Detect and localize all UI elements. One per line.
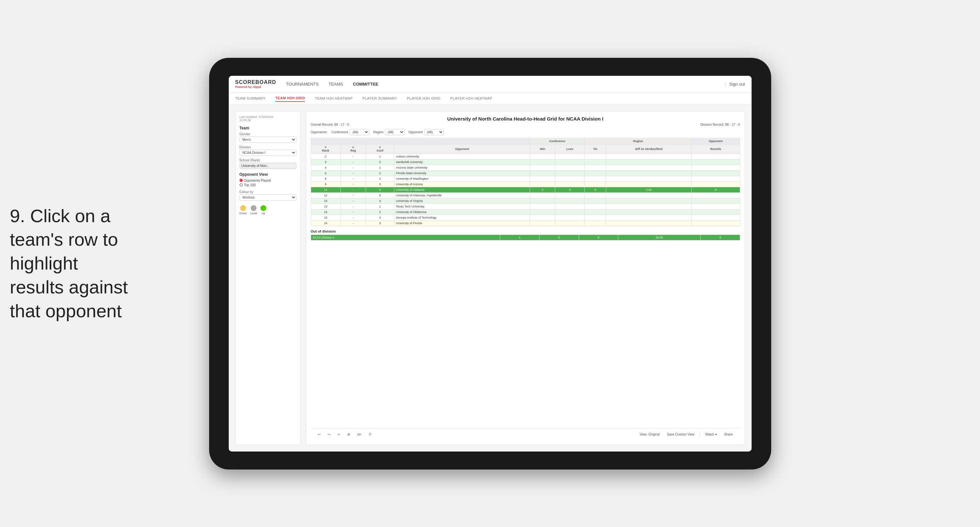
cell-diff (606, 198, 692, 204)
nav-committee[interactable]: COMMITTEE (353, 80, 379, 88)
cell-diff (606, 159, 692, 165)
sub-nav-team-h2h-grid[interactable]: TEAM H2H GRID (275, 95, 305, 102)
cell-opponent: Vanderbilt University (394, 159, 530, 165)
toolbar-share[interactable]: Share (722, 431, 735, 437)
grid-title: University of North Carolina Head-to-Hea… (311, 116, 740, 121)
cell-loss (555, 204, 585, 209)
nav-teams[interactable]: TEAMS (328, 80, 343, 88)
cell-tie (585, 215, 606, 220)
cell-diff (606, 154, 692, 159)
out-div-rounds: 3 (701, 235, 740, 240)
table-row[interactable]: 4 - 1 Arizona State University (311, 165, 740, 170)
sidebar-radio-top100[interactable]: Top 100 (240, 183, 296, 187)
cell-rounds (692, 154, 740, 159)
sidebar-gender-select[interactable]: Men's (240, 137, 296, 143)
table-row[interactable]: 13 - 1 Texas Tech University (311, 204, 740, 209)
colour-section: Colour by Win/loss Down Level (240, 190, 296, 215)
colour-by-select[interactable]: Win/loss (240, 194, 296, 201)
cell-rank: 2 (311, 154, 340, 159)
cell-diff (606, 220, 692, 226)
table-row[interactable]: 8 - 2 University of Washington (311, 176, 740, 182)
filter-region-select[interactable]: (All) (385, 129, 404, 135)
table-row[interactable]: 6 - 2 Florida State University (311, 170, 740, 176)
out-div-win: 1 (500, 235, 539, 240)
toolbar-watch[interactable]: Watch ▾ (703, 431, 719, 437)
cell-reg: - (340, 187, 366, 193)
cell-tie (585, 209, 606, 215)
th-win: Win (530, 144, 555, 154)
cell-loss (555, 165, 585, 170)
cell-tie (585, 159, 606, 165)
nav-links: TOURNAMENTS TEAMS COMMITTEE (286, 80, 379, 88)
cell-win (530, 193, 555, 198)
cell-loss (555, 182, 585, 187)
cell-opponent: University of Washington (394, 176, 530, 182)
th-rounds: Rounds (692, 144, 740, 154)
cell-loss (555, 170, 585, 176)
table-row[interactable]: 3 - 2 Vanderbilt University (311, 159, 740, 165)
table-row[interactable]: 11 - 5 University of Alabama 3 0 0 2.61 … (311, 187, 740, 193)
cell-rank: 15 (311, 215, 340, 220)
cell-diff (606, 193, 692, 198)
toolbar-copy[interactable]: ⊞ (345, 431, 352, 437)
th-diff: Diff Av Strokes/Rnd (606, 144, 692, 154)
table-row[interactable]: 16 - 3 University of Florida (311, 220, 740, 226)
toolbar-undo[interactable]: ↩ (316, 431, 323, 437)
out-of-division-row[interactable]: NCAA Division II 1 0 0 26.00 3 (311, 235, 740, 240)
cell-win (530, 182, 555, 187)
table-row[interactable]: 9 - 3 University of Arizona (311, 182, 740, 187)
cell-diff (606, 182, 692, 187)
cell-diff (606, 215, 692, 220)
table-row[interactable]: 12 - 6 University of Arkansas, Fayettevi… (311, 193, 740, 198)
cell-tie (585, 182, 606, 187)
th-loss: Loss (555, 144, 585, 154)
sidebar-gender-label: Gender (240, 132, 296, 136)
cell-opponent: Arizona State University (394, 165, 530, 170)
toolbar-redo[interactable]: ↪ (326, 431, 332, 437)
table-row[interactable]: 13 - 3 University of Virginia (311, 198, 740, 204)
cell-diff: 2.61 (606, 187, 692, 193)
toolbar-view-original[interactable]: View: Original (638, 431, 662, 437)
cell-conf: 3 (366, 220, 394, 226)
sub-nav-team-summary[interactable]: TEAM SUMMARY (235, 95, 266, 102)
cell-reg: - (340, 182, 366, 187)
table-row[interactable]: 14 - 2 University of Oklahoma (311, 209, 740, 215)
sub-nav-player-h2h-grid[interactable]: PLAYER H2H GRID (407, 95, 441, 102)
toolbar-save-custom[interactable]: Save Custom View (665, 431, 696, 437)
sub-nav-player-summary[interactable]: PLAYER SUMMARY (363, 95, 397, 102)
colour-up: Up (261, 205, 266, 215)
out-of-division-title: Out of division (311, 229, 740, 233)
cell-reg: - (340, 215, 366, 220)
th-group-empty (311, 138, 530, 144)
colour-down: Down (240, 205, 247, 215)
cell-win (530, 209, 555, 215)
cell-reg: - (340, 154, 366, 159)
toolbar-clock[interactable]: ⏱ (367, 431, 374, 437)
cell-tie (585, 154, 606, 159)
toolbar-back[interactable]: ↩ (336, 431, 342, 437)
filter-opponent-select[interactable]: (All) (424, 129, 444, 135)
sidebar-division-select[interactable]: NCAA Division I (240, 150, 296, 156)
toolbar-paste[interactable]: ⊟+ (355, 431, 364, 437)
sidebar-radio-opponents[interactable]: Opponents Played (240, 179, 296, 182)
cell-opponent: University of Virginia (394, 198, 530, 204)
logo-area: SCOREBOARD Powered by clippd (235, 80, 277, 89)
sub-nav-player-h2h-heatmap[interactable]: PLAYER H2H HEATMAP (450, 95, 492, 102)
cell-tie (585, 204, 606, 209)
tablet-screen: SCOREBOARD Powered by clippd TOURNAMENTS… (229, 76, 752, 452)
colour-dot-up (261, 205, 266, 211)
nav-tournaments[interactable]: TOURNAMENTS (286, 80, 318, 88)
table-row[interactable]: 15 - 4 Georgia Institute of Technology (311, 215, 740, 220)
filter-conference-select[interactable]: (All) (350, 129, 369, 135)
cell-loss (555, 176, 585, 182)
cell-rounds (692, 182, 740, 187)
cell-opponent: University of Florida (394, 220, 530, 226)
sidebar-school-label: School (Rank) (240, 158, 296, 162)
nav-bar: SCOREBOARD Powered by clippd TOURNAMENTS… (229, 76, 752, 93)
sub-nav-team-h2h-heatmap[interactable]: TEAM H2H HEATMAP (315, 95, 353, 102)
cell-rank: 8 (311, 176, 340, 182)
cell-conf: 4 (366, 215, 394, 220)
tablet-frame: SCOREBOARD Powered by clippd TOURNAMENTS… (209, 58, 771, 470)
table-row[interactable]: 2 - 1 Auburn University (311, 154, 740, 159)
sign-out-link[interactable]: Sign out (729, 82, 745, 87)
